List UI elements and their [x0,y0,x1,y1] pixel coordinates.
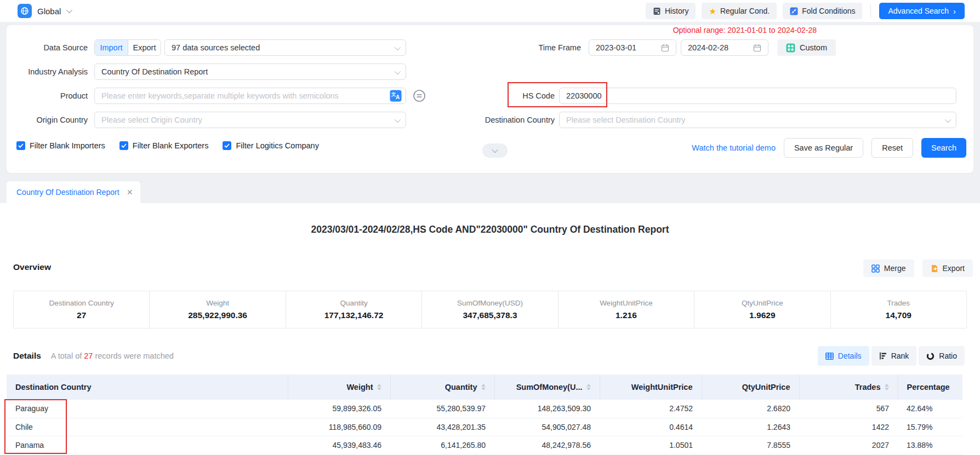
history-label: History [665,7,689,15]
details-heading: Details A total of27records were matched [13,351,174,361]
app-root: Global History ★ Regular Cond. Fold Cond… [0,0,980,455]
view-ratio-label: Ratio [939,352,957,360]
cell-trades: 1422 [799,418,898,436]
svg-text:A: A [396,94,400,100]
search-button[interactable]: Search [921,138,966,158]
product-label: Product [7,88,88,104]
column-qty-unit-price: QtyUnitPrice [702,375,799,400]
match-mode-icon[interactable] [412,89,426,103]
data-sources-select[interactable]: 97 data sources selected [164,39,406,56]
export-icon [931,264,938,273]
cell-country: Paraguay [7,400,288,418]
sort-icon[interactable] [481,384,486,390]
column-quantity[interactable]: Quantity [390,375,494,400]
details-table: Destination Country Weight Quantity SumO… [7,375,962,454]
merge-button[interactable]: Merge [863,260,914,277]
destination-country-label: Destination Country [472,112,555,128]
checkbox-filter-blank-importers[interactable]: Filter Blank Importers [16,141,105,150]
view-toggle: Details Rank Ratio [818,346,965,366]
view-rank-label: Rank [891,352,909,360]
regular-cond-button[interactable]: ★ Regular Cond. [702,3,777,19]
fold-conditions-label: Fold Conditions [802,7,855,15]
report-tab[interactable]: Country Of Destination Report × [7,181,140,203]
stat-qty-unit-price: QtyUnitPrice 1.9629 [694,291,830,328]
stat-sum-of-money: SumOfMoney(USD) 347,685,378.3 [421,291,557,328]
fold-conditions-button[interactable]: Fold Conditions [783,3,862,19]
hs-code-label: HS Code [472,88,555,104]
stat-value: 1.216 [616,310,637,320]
cell-qty-unit-price: 1.2643 [702,418,799,436]
cell-sum-of-money: 48,242,978.56 [494,436,600,454]
product-input[interactable] [94,88,406,104]
stat-value: 285,922,990.36 [188,310,247,320]
cell-weight-unit-price: 1.0501 [600,436,702,454]
star-icon: ★ [709,7,716,15]
cell-qty-unit-price: 7.8555 [702,436,799,454]
overview-heading: Overview [13,262,51,272]
sort-icon[interactable] [586,384,591,390]
cell-weight: 118,985,660.09 [288,418,390,436]
import-tab[interactable]: Import [95,40,128,55]
advanced-search-button[interactable]: Advanced Search › [879,3,965,19]
details-summary-prefix: A total of [51,352,82,360]
merge-label: Merge [884,264,906,273]
view-rank-button[interactable]: Rank [871,346,917,366]
stat-destination-country: Destination Country 27 [14,291,149,328]
stat-value: 177,132,146.72 [324,310,384,320]
sort-icon[interactable] [885,384,889,390]
cell-percentage: 13.88% [898,436,962,454]
hs-code-input[interactable] [559,88,956,104]
origin-country-select[interactable]: Please select Origin Country [94,112,406,128]
destination-country-select[interactable]: Please select Destination Country [559,112,956,128]
column-sum-of-money[interactable]: SumOfMoney(U... [494,375,600,400]
column-trades[interactable]: Trades [799,375,898,400]
cell-trades: 567 [799,400,898,418]
checkbox-filter-logitics-company[interactable]: Filter Logitics Company [223,141,319,150]
column-weight-unit-price: WeightUnitPrice [600,375,702,400]
region-selector[interactable]: Global [18,4,71,18]
stat-label: WeightUnitPrice [600,299,653,307]
table-icon [825,353,834,360]
industry-analysis-select[interactable]: Country Of Destination Report [94,64,406,80]
table-row: Panama 45,939,483.46 6,141,265.80 48,242… [7,436,962,454]
stat-quantity: Quantity 177,132,146.72 [286,291,421,328]
view-details-button[interactable]: Details [818,346,869,366]
history-button[interactable]: History [646,3,696,19]
checkbox-checked-icon [16,141,25,150]
time-frame-label: Time Frame [499,39,581,56]
form-actions: Watch the tutorial demo Save as Regular … [692,138,966,158]
data-sources-value: 97 data sources selected [172,43,260,52]
advanced-search-label: Advanced Search [888,7,949,15]
chevron-down-icon [66,7,72,13]
collapse-conditions-button[interactable] [482,143,508,158]
cell-weight: 45,939,483.46 [288,436,390,454]
data-source-toggle: Import Export [94,39,161,56]
globe-icon [18,4,32,18]
export-tab[interactable]: Export [128,40,161,55]
stat-label: Quantity [340,299,367,307]
destination-country-placeholder: Please select Destination Country [566,116,686,124]
start-date-input[interactable]: 2023-03-01 [589,39,676,56]
topbar-divider [870,4,871,18]
checkbox-filter-blank-exporters[interactable]: Filter Blank Exporters [119,141,209,150]
history-icon [653,7,661,15]
sort-icon[interactable] [377,384,381,390]
calendar-icon [661,44,669,52]
view-ratio-button[interactable]: Ratio [919,346,965,366]
custom-button[interactable]: Custom [777,39,836,56]
translate-icon[interactable]: 文A [390,90,402,102]
close-icon[interactable]: × [127,187,133,197]
stat-label: Trades [887,299,910,307]
end-date-input[interactable]: 2024-02-28 [681,39,768,56]
export-button[interactable]: Export [922,260,973,277]
save-as-regular-button[interactable]: Save as Regular [784,138,863,158]
tutorial-link[interactable]: Watch the tutorial demo [692,143,776,152]
stat-label: Weight [206,299,229,307]
cell-country: Chile [7,418,288,436]
details-title: Details [13,351,41,361]
column-destination-country: Destination Country [7,375,288,400]
column-weight[interactable]: Weight [288,375,390,400]
stat-trades: Trades 14,709 [830,291,966,328]
checkbox-label: Filter Blank Exporters [133,141,209,150]
reset-button[interactable]: Reset [871,138,913,158]
